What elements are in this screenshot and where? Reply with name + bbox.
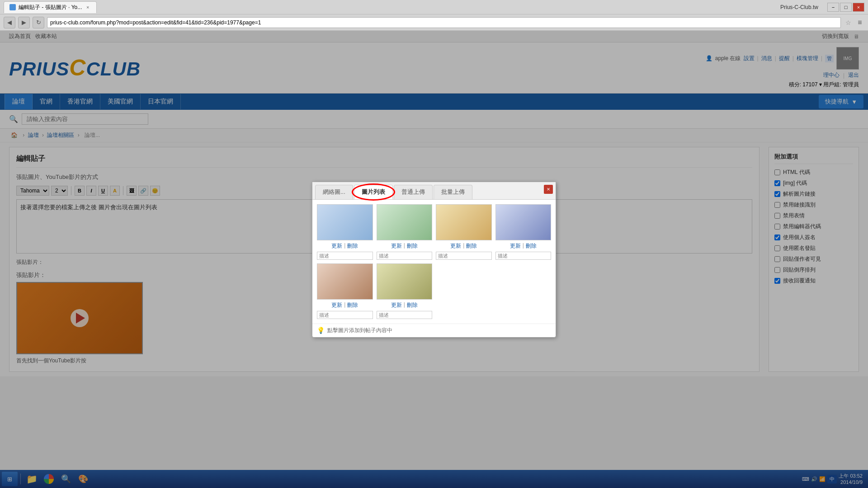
image-5-desc[interactable]: [317, 311, 373, 319]
image-thumb-1[interactable]: [317, 204, 373, 240]
hint-icon: 💡: [317, 327, 325, 334]
image-5-delete[interactable]: 刪除: [347, 301, 358, 309]
image-6-update[interactable]: 更新: [391, 301, 402, 309]
image-item-1: 更新 | 刪除: [317, 204, 373, 260]
image-2-delete[interactable]: 刪除: [407, 242, 418, 250]
image-thumb-4[interactable]: [495, 204, 552, 240]
image-4-update[interactable]: 更新: [510, 242, 521, 250]
modal-tab-network[interactable]: 網絡圖...: [315, 185, 353, 199]
image-2-actions: 更新 | 刪除: [377, 242, 433, 250]
image-thumb-5[interactable]: [317, 263, 373, 300]
browser-tab[interactable]: 編輯貼子 - 張貼圖片 · Yo... ×: [4, 1, 97, 13]
image-6-actions: 更新 | 刪除: [377, 301, 433, 309]
image-item-5: 更新 | 刪除: [317, 263, 373, 319]
image-item-2: 更新 | 刪除: [377, 204, 433, 260]
image-2-desc[interactable]: [377, 252, 433, 260]
address-bar[interactable]: [47, 17, 841, 28]
image-2-update[interactable]: 更新: [391, 242, 402, 250]
bookmark-star-icon[interactable]: ☆: [844, 18, 853, 27]
refresh-button[interactable]: ↻: [33, 17, 44, 28]
back-button[interactable]: ◀: [4, 17, 15, 28]
close-window-button[interactable]: ×: [853, 3, 864, 12]
image-thumb-3[interactable]: [436, 204, 492, 240]
hint-text: 點擊圖片添加到帖子內容中: [327, 327, 392, 334]
image-4-actions: 更新 | 刪除: [495, 242, 552, 250]
image-1-update[interactable]: 更新: [331, 242, 342, 250]
modal-tab-batch-upload[interactable]: 批量上傳: [434, 185, 472, 199]
modal-hint: 💡 點擊圖片添加到帖子內容中: [312, 324, 556, 337]
image-thumb-6[interactable]: [377, 263, 433, 300]
image-3-update[interactable]: 更新: [450, 242, 461, 250]
modal-close-button[interactable]: ×: [544, 185, 553, 194]
modal-tab-image-list[interactable]: 圖片列表: [354, 185, 393, 199]
image-upload-modal: 網絡圖... 圖片列表 普通上傳 批量上傳 ×: [312, 182, 556, 338]
image-5-actions: 更新 | 刪除: [317, 301, 373, 309]
tab-close-button[interactable]: ×: [85, 4, 91, 10]
image-item-3: 更新 | 刪除: [436, 204, 492, 260]
image-3-desc[interactable]: [436, 252, 492, 260]
browser-menu-icon[interactable]: ≡: [855, 18, 864, 27]
tab-favicon: [9, 4, 16, 10]
image-grid: 更新 | 刪除 更新: [317, 204, 551, 319]
image-1-delete[interactable]: 刪除: [347, 242, 358, 250]
modal-body: 更新 | 刪除 更新: [312, 200, 556, 324]
image-1-desc[interactable]: [317, 252, 373, 260]
maximize-button[interactable]: □: [840, 3, 852, 12]
site-name: Prius-C-Club.tw: [97, 4, 827, 10]
modal-tab-upload[interactable]: 普通上傳: [394, 185, 433, 199]
modal-tabs: 網絡圖... 圖片列表 普通上傳 批量上傳 ×: [312, 182, 556, 200]
image-4-delete[interactable]: 刪除: [526, 242, 537, 250]
image-4-desc[interactable]: [495, 252, 552, 260]
minimize-button[interactable]: −: [827, 3, 839, 12]
image-1-actions: 更新 | 刪除: [317, 242, 373, 250]
browser-titlebar: 編輯貼子 - 張貼圖片 · Yo... × Prius-C-Club.tw − …: [0, 0, 868, 14]
image-item-6: 更新 | 刪除: [377, 263, 433, 319]
image-thumb-2[interactable]: [377, 204, 433, 240]
image-3-delete[interactable]: 刪除: [466, 242, 477, 250]
image-5-update[interactable]: 更新: [331, 301, 342, 309]
image-6-delete[interactable]: 刪除: [407, 301, 418, 309]
forward-button[interactable]: ▶: [18, 17, 30, 28]
image-6-desc[interactable]: [377, 311, 433, 319]
browser-navbar: ◀ ▶ ↻ ☆ ≡: [0, 14, 868, 31]
image-3-actions: 更新 | 刪除: [436, 242, 492, 250]
page-content: 設為首頁 收藏本站 切換到寬版 🖥 PRIUSCCLUB 👤 apple 在線 …: [0, 31, 868, 488]
image-item-4: 更新 | 刪除: [495, 204, 552, 260]
tab-title: 編輯貼子 - 張貼圖片 · Yo...: [19, 4, 82, 11]
modal-overlay: 網絡圖... 圖片列表 普通上傳 批量上傳 ×: [0, 31, 868, 488]
window-buttons: − □ ×: [827, 3, 864, 12]
